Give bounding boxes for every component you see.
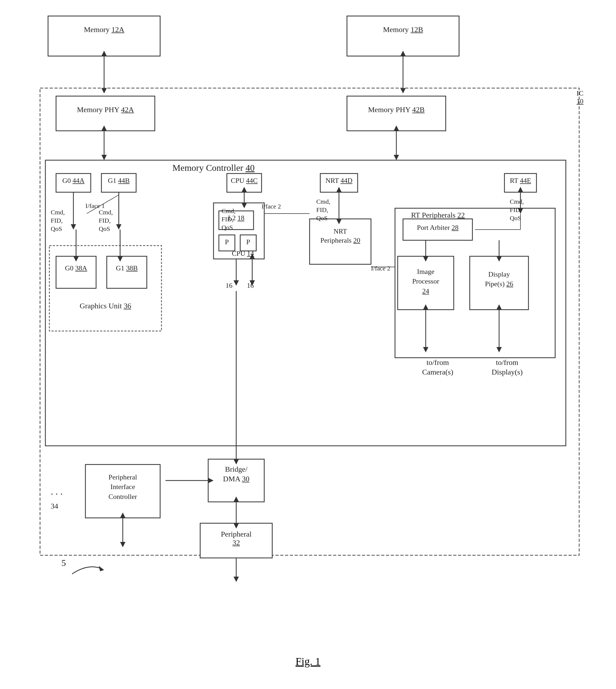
nrt-44d-label: NRT 44D <box>320 177 358 185</box>
rt-44e-label: RT 44E <box>504 177 536 185</box>
svg-marker-13 <box>102 126 107 131</box>
svg-marker-16 <box>394 126 399 131</box>
svg-marker-47 <box>336 219 342 224</box>
svg-marker-44 <box>242 203 247 208</box>
g0-38a-label: G0 38A <box>56 264 96 272</box>
g0-44a-label: G0 44A <box>56 177 91 185</box>
p-left-label: P <box>219 238 235 246</box>
ic-ref: 10 <box>576 98 584 105</box>
dots-label: . . . <box>51 486 63 497</box>
pic-label: PeripheralInterfaceController <box>85 473 160 502</box>
memory-phy-42a-label: Memory PHY 42A <box>56 105 155 114</box>
svg-marker-12 <box>102 155 107 160</box>
svg-marker-4 <box>102 51 107 56</box>
svg-marker-48 <box>336 187 342 192</box>
svg-marker-77 <box>423 256 428 262</box>
cmd-fid-qos-g0: Cmd,FID,QoS <box>51 208 65 233</box>
svg-marker-71 <box>423 347 428 352</box>
image-processor-label: ImageProcessor24 <box>398 267 454 296</box>
cpu-14-label: CPU 14 <box>218 250 268 258</box>
cmd-fid-qos-rt: Cmd,FID,QoS <box>510 197 524 223</box>
l2-18-label: L2 18 <box>219 214 254 222</box>
16-left-label: 16 <box>225 282 233 289</box>
svg-marker-59 <box>234 459 239 465</box>
svg-marker-41 <box>116 224 122 230</box>
svg-marker-62 <box>234 497 239 502</box>
svg-marker-3 <box>102 88 107 93</box>
memory-12a-label: Memory 12A <box>48 25 160 34</box>
memory-12b-label: Memory 12B <box>347 25 459 34</box>
svg-marker-84 <box>117 256 123 262</box>
svg-marker-82 <box>73 256 79 262</box>
svg-marker-45 <box>242 187 247 192</box>
to-from-displays: to/fromDisplay(s) <box>480 358 534 377</box>
p-right-label: P <box>240 238 256 246</box>
rt-peripherals-label: RT Peripherals 22 <box>411 211 465 219</box>
iface2-top-label: I/face 2 <box>262 203 281 210</box>
iface2-bottom-label: I/face 2 <box>371 265 391 272</box>
memory-12a-ref: 12A <box>112 25 124 34</box>
svg-marker-65 <box>120 513 126 518</box>
svg-marker-74 <box>497 347 502 352</box>
to-from-cameras: to/fromCamera(s) <box>411 358 464 377</box>
figure-5-arrow <box>67 558 107 579</box>
port-arbiter-label: Port Arbiter 28 <box>403 224 472 232</box>
svg-marker-39 <box>71 224 76 230</box>
peripheral-32-label: Peripheral32 <box>200 530 272 547</box>
memory-controller-label: Memory Controller 40 <box>133 163 293 173</box>
svg-marker-15 <box>394 155 399 160</box>
svg-marker-61 <box>234 523 239 529</box>
svg-marker-64 <box>120 542 126 547</box>
svg-marker-87 <box>99 566 104 571</box>
cmd-fid-qos-g1: Cmd,FID,QoS <box>99 208 113 233</box>
svg-rect-0 <box>48 16 160 56</box>
cpu-44c-label: CPU 44C <box>227 177 262 185</box>
svg-rect-23 <box>56 256 96 288</box>
memory-12b-ref: 12B <box>411 25 423 34</box>
svg-marker-72 <box>423 304 428 310</box>
fig-caption: Fig. 1 <box>295 655 320 668</box>
svg-marker-54 <box>234 280 239 286</box>
16-right-label: 16 <box>247 282 254 289</box>
svg-marker-6 <box>400 88 406 93</box>
svg-marker-67 <box>234 577 239 582</box>
g1-44b-label: G1 44B <box>102 177 136 185</box>
diagram: Memory 12A Memory 12B IC 10 Memory PHY 4… <box>27 11 587 651</box>
nrt-peripherals-label: NRTPeripherals 20 <box>310 227 371 245</box>
graphics-unit-label: Graphics Unit 36 <box>49 302 161 310</box>
svg-marker-7 <box>400 51 406 56</box>
ic-label: IC <box>576 89 584 98</box>
cmd-fid-qos-nrt: Cmd,FID,QoS <box>316 197 330 223</box>
svg-rect-24 <box>107 256 147 288</box>
bridge-dma-label: Bridge/DMA 30 <box>208 465 264 484</box>
svg-marker-79 <box>497 256 502 262</box>
svg-marker-75 <box>497 304 502 310</box>
svg-marker-51 <box>518 187 523 192</box>
svg-rect-25 <box>49 245 161 331</box>
dots-ref: 34 <box>51 502 58 511</box>
memory-phy-42b-label: Memory PHY 42B <box>347 105 446 114</box>
g1-38b-label: G1 38B <box>107 264 147 272</box>
display-pipes-label: DisplayPipe(s) 26 <box>470 270 528 289</box>
svg-rect-1 <box>347 16 459 56</box>
figure-5-label: 5 <box>61 558 66 568</box>
